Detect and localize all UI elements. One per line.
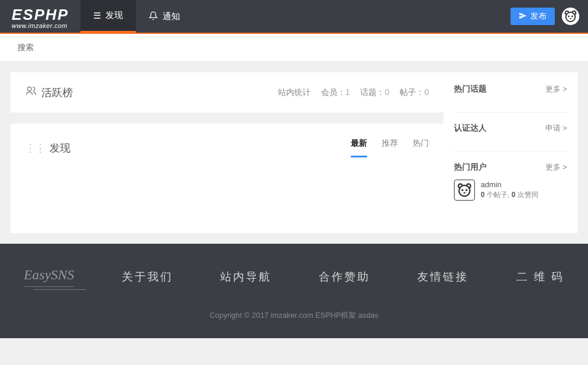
list-icon: ☰ (93, 10, 101, 21)
discover-tabs: 最新 推荐 热门 (351, 138, 429, 157)
logo-sub-text: www.imzaker.com (12, 22, 69, 29)
bear-icon (564, 9, 578, 23)
topics-stat: 话题：0 (360, 87, 389, 98)
discover-header: ⋮⋮ 发现 最新 推荐 热门 (10, 124, 443, 157)
publish-label: 发布 (530, 11, 547, 22)
svg-point-12 (463, 192, 466, 194)
main-content: 活跃榜 站内统计 会员：1 话题：0 帖子：0 ⋮⋮ 发现 (0, 62, 588, 244)
dots-icon: ⋮⋮ (25, 142, 45, 155)
nav-item-discover[interactable]: ☰ 发现 (80, 0, 136, 33)
user-avatar-button[interactable] (562, 8, 579, 25)
active-rank-header: 活跃榜 站内统计 会员：1 话题：0 帖子：0 (10, 72, 443, 113)
user-item[interactable]: admin 0 个帖子, 0 次赞同 (454, 180, 567, 201)
main-column: 活跃榜 站内统计 会员：1 话题：0 帖子：0 ⋮⋮ 发现 (10, 72, 443, 233)
panel-title-text: 活跃榜 (41, 86, 73, 100)
footer-link-sponsor[interactable]: 合作赞助 (319, 269, 370, 285)
send-icon (519, 12, 527, 22)
sidebar: 热门话题 更多 > 认证达人 申请 > 热门用户 更多 > (443, 72, 578, 233)
widget-verified: 认证达人 申请 > (454, 123, 567, 152)
tab-recommend[interactable]: 推荐 (382, 138, 398, 157)
footer-link-about[interactable]: 关于我们 (122, 269, 173, 285)
more-link[interactable]: 更多 > (545, 162, 567, 173)
stats-label: 站内统计 (278, 87, 311, 98)
svg-point-6 (27, 87, 31, 91)
svg-point-9 (459, 185, 470, 196)
widget-title: 热门用户 (454, 162, 487, 173)
user-name: admin (481, 180, 538, 189)
nav-item-notify[interactable]: 通知 (136, 0, 193, 33)
nav-item-label: 通知 (163, 11, 180, 22)
user-avatar (454, 180, 475, 201)
discover-title-text: 发现 (50, 141, 71, 155)
nav-item-label: 发现 (105, 10, 123, 21)
user-stats: 0 个帖子, 0 次赞同 (481, 190, 538, 200)
copyright: Copyright © 2017 imzaker.com ESPHP框架 asd… (17, 310, 571, 321)
svg-point-2 (566, 12, 575, 22)
logo-main-text: ESPHP (12, 7, 69, 22)
nav-items: ☰ 发现 通知 (80, 0, 193, 33)
svg-point-3 (568, 16, 570, 17)
user-info: admin 0 个帖子, 0 次赞同 (481, 180, 538, 200)
discover-title: ⋮⋮ 发现 (25, 141, 71, 155)
search-input[interactable]: 搜索 (17, 43, 34, 52)
footer-columns: EasySNS 关于我们 站内导航 合作赞助 友情链接 二 维 码 (17, 267, 571, 287)
widget-header: 认证达人 申请 > (454, 123, 567, 134)
footer-logo: EasySNS (24, 267, 75, 287)
site-logo[interactable]: ESPHP www.imzaker.com (0, 4, 80, 29)
footer-link-sitemap[interactable]: 站内导航 (220, 269, 272, 285)
widget-title: 认证达人 (454, 123, 487, 134)
top-navbar: ESPHP www.imzaker.com ☰ 发现 通知 发布 (0, 0, 588, 34)
bear-icon (456, 182, 473, 198)
users-icon (25, 85, 37, 100)
bell-icon (149, 11, 158, 22)
more-link[interactable]: 更多 > (545, 84, 567, 94)
members-stat: 会员：1 (321, 87, 350, 98)
nav-left: ESPHP www.imzaker.com ☰ 发现 通知 (0, 0, 193, 33)
discover-body (10, 157, 443, 233)
widget-hot-users: 热门用户 更多 > admin 0 (454, 162, 567, 211)
svg-point-11 (466, 189, 468, 191)
widget-title: 热门话题 (454, 84, 487, 94)
widget-header: 热门话题 更多 > (454, 84, 567, 94)
svg-point-5 (570, 18, 572, 19)
apply-link[interactable]: 申请 > (545, 123, 567, 134)
widget-hot-topics: 热门话题 更多 > (454, 84, 567, 113)
publish-button[interactable]: 发布 (510, 8, 555, 25)
svg-point-10 (462, 189, 464, 191)
tab-hot[interactable]: 热门 (413, 138, 429, 157)
footer-link-friends[interactable]: 友情链接 (417, 269, 469, 285)
active-rank-title: 活跃榜 (25, 85, 73, 100)
tab-latest[interactable]: 最新 (351, 138, 367, 157)
svg-point-4 (572, 16, 573, 17)
footer-link-qrcode[interactable]: 二 维 码 (516, 269, 565, 285)
search-bar: 搜索 (0, 34, 588, 62)
nav-right: 发布 (510, 8, 579, 25)
posts-stat: 帖子：0 (400, 87, 429, 98)
footer: EasySNS 关于我们 站内导航 合作赞助 友情链接 二 维 码 Copyri… (0, 244, 588, 338)
site-stats: 站内统计 会员：1 话题：0 帖子：0 (278, 87, 429, 98)
widget-header: 热门用户 更多 > (454, 162, 567, 173)
